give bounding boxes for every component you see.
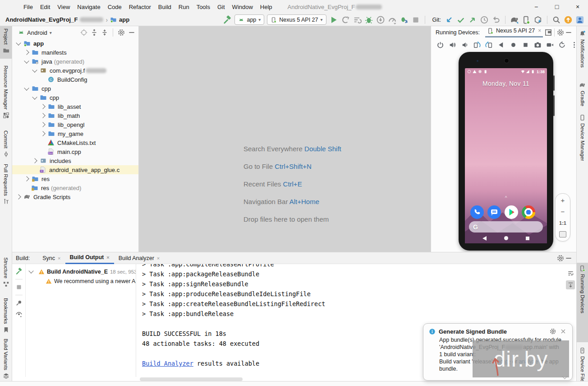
git-push-icon[interactable] bbox=[468, 15, 477, 24]
sidebar-item-build-variants[interactable]: Build Variants bbox=[0, 336, 12, 383]
horizontal-scrollbar-thumb[interactable] bbox=[140, 377, 243, 381]
sidebar-item-resource-manager[interactable]: Resource Manager bbox=[0, 63, 12, 121]
close-tab-icon[interactable]: × bbox=[106, 255, 109, 260]
tree-item-app[interactable]: app bbox=[12, 39, 138, 48]
menu-edit[interactable]: Edit bbox=[37, 2, 54, 12]
home-icon[interactable] bbox=[510, 41, 517, 49]
stop-icon[interactable] bbox=[15, 284, 23, 291]
chevron-down-icon[interactable] bbox=[24, 85, 29, 90]
menu-help[interactable]: Help bbox=[257, 2, 276, 12]
chevron-right-icon[interactable] bbox=[16, 194, 21, 199]
hide-panel-icon[interactable] bbox=[565, 28, 573, 37]
build-hammer-icon[interactable] bbox=[223, 15, 232, 24]
menu-run[interactable]: Run bbox=[175, 2, 193, 12]
tree-item-res[interactable]: res bbox=[12, 174, 138, 183]
tree-item-res[interactable]: res(generated) bbox=[12, 183, 138, 192]
overview-icon[interactable] bbox=[522, 41, 529, 49]
close-tab-icon[interactable]: × bbox=[538, 28, 541, 34]
tree-item-lib-math[interactable]: lib_math bbox=[12, 111, 138, 120]
sidebar-item-device-file-explorer[interactable]: Device File Explorer bbox=[577, 345, 588, 386]
chevron-down-icon[interactable] bbox=[32, 94, 37, 99]
chevron-down-icon[interactable] bbox=[32, 67, 37, 72]
device-manager-icon[interactable] bbox=[522, 15, 531, 24]
screenshot-icon[interactable] bbox=[534, 41, 542, 49]
chevron-right-icon[interactable] bbox=[40, 131, 45, 136]
expand-all-icon[interactable] bbox=[90, 28, 98, 37]
menu-refactor[interactable]: Refactor bbox=[125, 2, 155, 12]
close-tab-icon[interactable]: × bbox=[157, 256, 160, 261]
coverage-icon[interactable] bbox=[376, 15, 385, 24]
volume-up-icon[interactable] bbox=[449, 41, 456, 49]
locate-file-icon[interactable] bbox=[80, 28, 88, 37]
tree-item-lib-opengl[interactable]: lib_opengl bbox=[12, 120, 138, 129]
hide-panel-icon[interactable] bbox=[128, 28, 136, 37]
rotate-left-icon[interactable] bbox=[473, 41, 481, 49]
inspect-eye-icon[interactable] bbox=[15, 311, 23, 318]
close-button[interactable]: × bbox=[567, 0, 588, 14]
stop-button[interactable] bbox=[411, 15, 420, 24]
breadcrumb[interactable]: AndroidNative_EvgProj_F › app bbox=[5, 16, 129, 23]
build-hammer-icon[interactable] bbox=[15, 268, 23, 275]
git-commit-icon[interactable] bbox=[456, 15, 465, 24]
tree-item-main-cpp[interactable]: C++main.cpp bbox=[12, 147, 138, 156]
emulator-screen[interactable]: 1:38 Monday, Nov 11 ^ G bbox=[465, 68, 547, 243]
collapse-all-icon[interactable] bbox=[101, 28, 109, 37]
chevron-right-icon[interactable] bbox=[40, 104, 45, 109]
sidebar-item-device-manager[interactable]: Device Manager bbox=[577, 112, 588, 161]
scroll-to-end-icon[interactable] bbox=[566, 280, 575, 289]
menu-tools[interactable]: Tools bbox=[193, 2, 214, 12]
menu-git[interactable]: Git bbox=[214, 2, 229, 12]
chevron-right-icon[interactable] bbox=[32, 158, 37, 163]
build-result-row[interactable]: Build AndroidNative_E 18 sec, 953 ms bbox=[26, 267, 136, 276]
sidebar-item-structure[interactable]: Structure bbox=[0, 255, 12, 295]
run-configuration-select[interactable]: app ▾ bbox=[234, 14, 264, 25]
run-button[interactable] bbox=[329, 15, 338, 24]
tree-item-cmakelists-txt[interactable]: CMakeLists.txt bbox=[12, 138, 138, 147]
rollback-icon[interactable] bbox=[492, 15, 501, 24]
tree-item-com-evgproj-f[interactable]: com.evgproj.f bbox=[12, 66, 138, 75]
sidebar-item-running-devices[interactable]: Running Devices bbox=[577, 263, 588, 342]
maximize-button[interactable]: □ bbox=[547, 0, 567, 14]
tree-item-includes[interactable]: includes bbox=[12, 156, 138, 165]
tree-item-manifests[interactable]: manifests bbox=[12, 48, 138, 57]
chevron-right-icon[interactable] bbox=[40, 122, 45, 127]
tree-item-my-game[interactable]: my_game bbox=[12, 129, 138, 138]
menu-code[interactable]: Code bbox=[104, 2, 125, 12]
snapshots-icon[interactable] bbox=[558, 41, 566, 49]
tree-item-gradle-scripts[interactable]: Gradle Scripts bbox=[12, 192, 138, 201]
pin-icon[interactable] bbox=[15, 299, 23, 307]
chevron-down-icon[interactable] bbox=[16, 40, 21, 45]
attach-debugger-icon[interactable] bbox=[400, 15, 409, 24]
volume-down-icon[interactable] bbox=[461, 41, 469, 49]
history-clock-icon[interactable] bbox=[480, 15, 489, 24]
chevron-down-icon[interactable] bbox=[28, 268, 33, 273]
tab-build-analyzer[interactable]: Build Analyzer× bbox=[114, 252, 165, 264]
menu-view[interactable]: View bbox=[54, 2, 74, 12]
gear-icon[interactable] bbox=[117, 28, 125, 37]
sidebar-item-commit[interactable]: Commit bbox=[0, 128, 12, 160]
sidebar-item-gradle[interactable]: Gradle bbox=[577, 79, 588, 110]
screen-record-icon[interactable] bbox=[546, 41, 554, 49]
project-view-select[interactable]: Android bbox=[27, 29, 47, 36]
rotate-right-icon[interactable] bbox=[485, 41, 493, 49]
menu-navigate[interactable]: Navigate bbox=[74, 2, 104, 12]
tab-build-output[interactable]: Build Output× bbox=[65, 252, 114, 264]
tab-sync[interactable]: Sync× bbox=[38, 252, 65, 264]
sidebar-item-project[interactable]: Project bbox=[0, 26, 12, 59]
gear-icon[interactable] bbox=[556, 28, 565, 37]
chevron-right-icon[interactable] bbox=[40, 113, 45, 118]
chevron-down-icon[interactable] bbox=[24, 58, 29, 63]
back-icon[interactable] bbox=[497, 41, 505, 49]
power-icon[interactable] bbox=[436, 41, 444, 49]
device-tab[interactable]: Nexus 5 API 27 × bbox=[485, 27, 543, 37]
sidebar-item-notifications[interactable]: Notifications bbox=[577, 28, 588, 78]
build-analyzer-link[interactable]: Build Analyzer bbox=[142, 360, 193, 367]
float-window-icon[interactable] bbox=[544, 28, 552, 37]
sidebar-item-bookmarks[interactable]: Bookmarks bbox=[0, 296, 12, 334]
breadcrumb-project[interactable]: AndroidNative_EvgProj_F bbox=[5, 16, 78, 23]
tree-item-cpp[interactable]: cpp bbox=[12, 93, 138, 102]
tree-item-java[interactable]: java(generated) bbox=[12, 57, 138, 66]
soft-wrap-icon[interactable] bbox=[566, 269, 575, 278]
tree-item-lib-asset[interactable]: lib_asset bbox=[12, 102, 138, 111]
more-actions-icon[interactable] bbox=[570, 41, 578, 49]
